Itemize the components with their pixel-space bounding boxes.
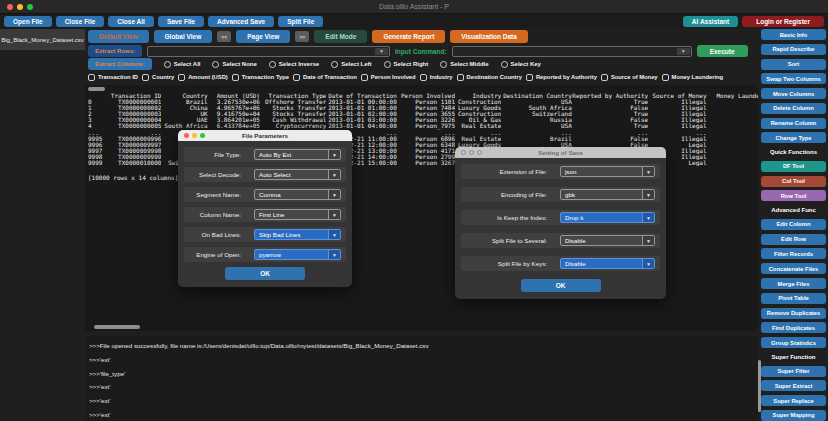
zoom-dialog-icon[interactable]	[477, 150, 482, 155]
sidebar-swap-two-columns-button[interactable]: Swap Two Columns	[761, 73, 826, 84]
sidebar-edit-row-button[interactable]: Edit Row	[761, 234, 826, 245]
sidebar-rapid-describe-button[interactable]: Rapid Describe	[761, 44, 826, 55]
execute-button[interactable]: Execute	[697, 45, 748, 57]
sidebar-delete-column-button[interactable]: Delete Column	[761, 103, 826, 114]
sidebar-concatenate-files-button[interactable]: Concatenate Files	[761, 263, 826, 274]
sidebar-rename-column-button[interactable]: Rename Column	[761, 118, 826, 129]
radio-select-left[interactable]: Select Left	[331, 61, 371, 68]
checkbox-icon[interactable]	[662, 74, 669, 81]
checkbox-money-laundering[interactable]: Money Laundering	[662, 74, 724, 81]
checkbox-icon[interactable]	[178, 74, 185, 81]
setting-of-save-select-split-file-to-several[interactable]: Disable▼	[560, 235, 655, 246]
page-next-icon[interactable]: >>	[295, 31, 309, 42]
sidebar-edit-column-button[interactable]: Edit Column	[761, 219, 826, 230]
toolbar-open-file-button[interactable]: Open File	[4, 16, 52, 27]
default-view-button[interactable]: Default View	[88, 30, 149, 43]
chevron-down-icon[interactable]: ▼	[328, 190, 340, 199]
chevron-down-icon[interactable]: ▼	[328, 210, 340, 219]
checkbox-icon[interactable]	[232, 74, 239, 81]
sidebar-super-filter-button[interactable]: Super Filter	[761, 366, 826, 377]
sidebar-filter-records-button[interactable]: Filter Records	[761, 248, 826, 259]
checkbox-transaction-id[interactable]: Transaction ID	[88, 74, 138, 81]
horizontal-scrollbar-thumb[interactable]	[94, 325, 140, 329]
radio-select-middle[interactable]: Select Middle	[440, 61, 488, 68]
radio-circle-icon[interactable]	[440, 61, 447, 68]
sidebar-super-mapping-button[interactable]: Super Mapping	[761, 410, 826, 421]
setting-of-save-ok-button[interactable]: OK	[521, 279, 601, 292]
sidebar-row-tool-button[interactable]: Row Tool	[761, 190, 826, 201]
sidebar-group-statistics-button[interactable]: Group Statistics	[761, 337, 826, 348]
toolbar-advanced-save-button[interactable]: Advanced Save	[208, 16, 274, 27]
extract-rows-input[interactable]	[148, 47, 389, 56]
checkbox-source-of-money[interactable]: Source of Money	[601, 74, 658, 81]
checkbox-destination-country[interactable]: Destination Country	[457, 74, 522, 81]
sidebar-df-tool-button[interactable]: DF Tool	[761, 161, 826, 172]
toolbar-save-file-button[interactable]: Save File	[158, 16, 204, 27]
chevron-down-icon[interactable]: ▼	[328, 250, 340, 259]
checkbox-country[interactable]: Country	[142, 74, 174, 81]
sidebar-super-extract-button[interactable]: Super Extract	[761, 380, 826, 391]
sidebar-move-columns-button[interactable]: Move Columns	[761, 88, 826, 99]
radio-select-all[interactable]: Select All	[164, 61, 201, 68]
horizontal-scrollbar-thumb[interactable]	[88, 87, 105, 91]
checkbox-industry[interactable]: Industry	[420, 74, 453, 81]
checkbox-icon[interactable]	[420, 74, 427, 81]
extract-columns-button[interactable]: Extract Columns:	[88, 58, 152, 70]
chevron-down-icon[interactable]: ▼	[642, 259, 654, 268]
chevron-down-icon[interactable]: ▼	[677, 48, 690, 55]
radio-circle-icon[interactable]	[384, 61, 391, 68]
radio-circle-icon[interactable]	[269, 61, 276, 68]
sidebar-merge-files-button[interactable]: Merge Files	[761, 278, 826, 289]
toolbar-split-file-button[interactable]: Split File	[278, 16, 323, 27]
checkbox-icon[interactable]	[526, 74, 533, 81]
page-prev-icon[interactable]: <<	[217, 31, 231, 42]
sidebar-find-duplicates-button[interactable]: Find Duplicates	[761, 322, 826, 333]
toolbar-close-all-button[interactable]: Close All	[108, 16, 154, 27]
checkbox-icon[interactable]	[142, 74, 149, 81]
toolbar-close-file-button[interactable]: Close File	[56, 16, 105, 27]
file-parameters-select-column-name[interactable]: First Line▼	[254, 209, 341, 220]
file-parameters-ok-button[interactable]: OK	[225, 267, 305, 280]
file-parameters-select-on-bad-lines[interactable]: Skip Bad Lines▼	[254, 229, 341, 240]
generate-report-button[interactable]: Generate Report	[372, 30, 445, 43]
sidebar-remove-duplicates-button[interactable]: Remove Duplicates	[761, 308, 826, 319]
setting-of-save-select-split-file-by-keys[interactable]: Disable▼	[560, 258, 655, 269]
chevron-down-icon[interactable]: ▼	[642, 213, 654, 222]
chevron-down-icon[interactable]: ▼	[642, 190, 654, 199]
checkbox-icon[interactable]	[293, 74, 300, 81]
checkbox-transaction-type[interactable]: Transaction Type	[232, 74, 289, 81]
zoom-dialog-icon[interactable]	[200, 133, 205, 138]
minimize-dialog-icon[interactable]	[469, 150, 474, 155]
chevron-down-icon[interactable]: ▼	[328, 150, 340, 159]
radio-circle-icon[interactable]	[212, 61, 219, 68]
global-view-button[interactable]: Global View	[154, 30, 213, 43]
checkbox-date-of-transaction[interactable]: Date of Transaction	[293, 74, 357, 81]
file-parameters-select-segment-name[interactable]: Comma▼	[254, 189, 341, 200]
radio-circle-icon[interactable]	[331, 61, 338, 68]
radio-circle-icon[interactable]	[164, 61, 171, 68]
ai-assistant-button[interactable]: AI Assistant	[683, 16, 738, 27]
edit-mode-button[interactable]: Edit Mode	[314, 30, 367, 43]
close-dialog-icon[interactable]	[461, 150, 466, 155]
radio-select-none[interactable]: Select None	[212, 61, 256, 68]
checkbox-icon[interactable]	[457, 74, 464, 81]
radio-circle-icon[interactable]	[501, 61, 508, 68]
extract-rows-button[interactable]: Extract Rows:	[88, 45, 142, 57]
sidebar-col-tool-button[interactable]: Col Tool	[761, 176, 826, 187]
checkbox-amount-usd[interactable]: Amount (USD)	[178, 74, 228, 81]
file-parameters-select-select-decode[interactable]: Auto Select▼	[254, 169, 341, 180]
chevron-down-icon[interactable]: ▼	[375, 48, 388, 55]
chevron-down-icon[interactable]: ▼	[642, 167, 654, 176]
login-register-button[interactable]: Login or Register	[742, 16, 824, 27]
chevron-down-icon[interactable]: ▼	[328, 170, 340, 179]
checkbox-icon[interactable]	[88, 74, 95, 81]
sidebar-pivot-table-button[interactable]: Pivot Table	[761, 293, 826, 304]
minimize-dialog-icon[interactable]	[192, 133, 197, 138]
file-parameters-select-file-type[interactable]: Auto By Ext▼	[254, 149, 341, 160]
sidebar-change-type-button[interactable]: Change Type	[761, 132, 826, 143]
checkbox-reported-by-authority[interactable]: Reported by Authority	[526, 74, 597, 81]
sidebar-sort-button[interactable]: Sort	[761, 59, 826, 70]
checkbox-icon[interactable]	[361, 74, 368, 81]
setting-of-save-select-is-keep-the-index[interactable]: Drop it▼	[560, 212, 655, 223]
file-tab[interactable]: Big_Black_Money_Dataset.csv	[0, 29, 85, 50]
